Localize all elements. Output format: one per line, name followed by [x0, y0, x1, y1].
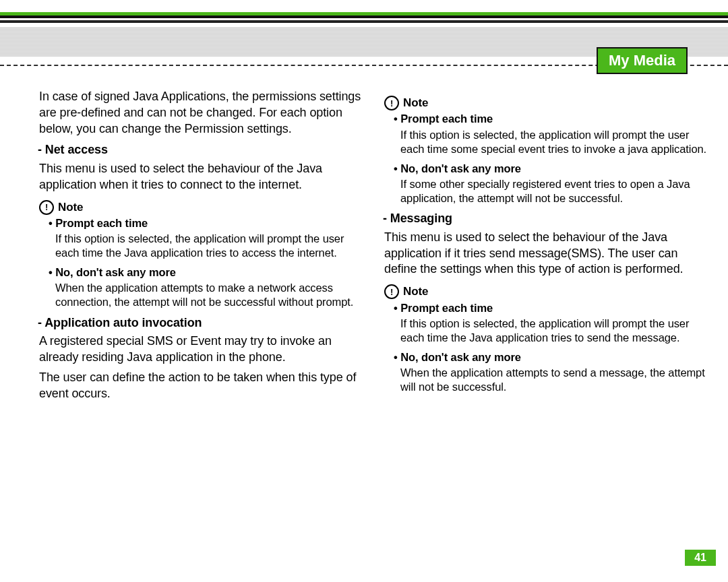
page-body: In case of signed Java Applications, the…	[0, 71, 728, 406]
info-icon: !	[384, 284, 399, 299]
column-left: In case of signed Java Applications, the…	[39, 89, 367, 406]
note-item-body: When the application attempts to make a …	[55, 281, 367, 309]
page-header-band: My Media	[0, 0, 728, 71]
net-access-body: This menu is used to select the behaviou…	[39, 161, 367, 193]
note-item-title: Prompt each time	[394, 112, 712, 126]
divider-black-top	[0, 20, 728, 23]
divider-green-top	[0, 12, 728, 15]
note-item-title: Prompt each time	[49, 216, 367, 230]
note-item-body: When the application attempts to send a …	[400, 366, 712, 394]
auto-invocation-body1: A registered special SMS or Event may tr…	[39, 333, 367, 366]
note-item-body: If this option is selected, the applicat…	[400, 317, 712, 345]
note-label: Note	[403, 284, 428, 299]
heading-net-access: Net access	[38, 142, 367, 158]
intro-paragraph: In case of signed Java Applications, the…	[39, 89, 367, 137]
info-icon: !	[384, 96, 399, 110]
auto-invocation-body2: The user can define the action to be tak…	[39, 370, 367, 402]
messaging-body: This menu is used to select the behaviou…	[384, 230, 712, 278]
note-item-title: Prompt each time	[394, 301, 712, 315]
note-item-title: No, don't ask any more	[394, 162, 712, 176]
chapter-tab: My Media	[597, 47, 688, 74]
column-right: ! Note Prompt each time If this option i…	[384, 89, 712, 406]
heading-auto-invocation: Application auto invocation	[38, 315, 367, 331]
note-label: Note	[403, 96, 428, 110]
note-lead-auto: ! Note	[384, 96, 712, 110]
note-item-body: If this option is selected, the applicat…	[400, 128, 712, 156]
note-item-body: If some other specially registered event…	[400, 177, 712, 205]
note-items-messaging: Prompt each time If this option is selec…	[384, 301, 712, 395]
page-number-badge: 41	[685, 550, 716, 566]
note-lead-net: ! Note	[39, 200, 367, 215]
info-icon: !	[39, 200, 54, 215]
note-item-title: No, don't ask any more	[49, 265, 367, 280]
note-items-auto: Prompt each time If this option is selec…	[384, 112, 712, 205]
note-items-net: Prompt each time If this option is selec…	[39, 216, 367, 310]
heading-messaging: Messaging	[383, 211, 712, 227]
note-label: Note	[58, 200, 83, 215]
note-item-title: No, don't ask any more	[394, 350, 712, 364]
note-lead-messaging: ! Note	[384, 284, 712, 299]
note-item-body: If this option is selected, the applicat…	[55, 232, 367, 260]
